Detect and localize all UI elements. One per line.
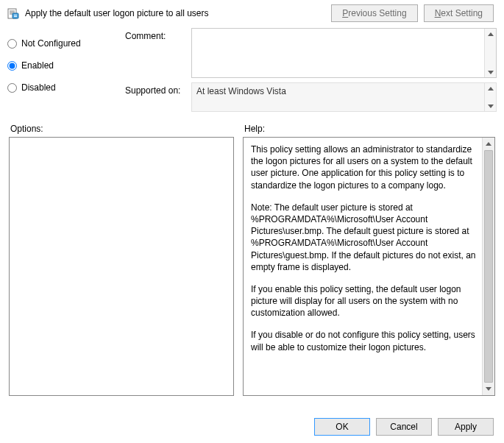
- panels: This policy setting allows an administra…: [0, 137, 504, 396]
- chevron-down-icon: [486, 387, 491, 391]
- help-paragraph: Note: The default user picture is stored…: [251, 202, 477, 273]
- chevron-down-icon: [488, 71, 494, 74]
- help-label: Help:: [244, 124, 494, 134]
- nav-buttons: Previous Setting Next Setting: [331, 4, 494, 22]
- ok-button[interactable]: OK: [314, 418, 370, 436]
- previous-setting-button[interactable]: Previous Setting: [331, 4, 417, 22]
- policy-dialog: Apply the default user logon picture to …: [0, 0, 504, 443]
- chevron-up-icon: [486, 142, 491, 146]
- config-area: Not Configured Enabled Disabled Comment:: [0, 26, 504, 116]
- radio-not-configured-label: Not Configured: [21, 38, 81, 49]
- comment-spin-up[interactable]: [485, 29, 496, 39]
- state-radio-group: Not Configured Enabled Disabled: [7, 28, 125, 116]
- comment-input[interactable]: [192, 29, 484, 77]
- help-scrollbar[interactable]: [482, 138, 494, 395]
- supported-spinner: [484, 83, 496, 111]
- svg-rect-5: [14, 15, 17, 15]
- chevron-up-icon: [488, 32, 494, 36]
- panel-labels: Options: Help:: [0, 116, 504, 137]
- fields-column: Comment: Supported on: At least Windows …: [125, 28, 497, 116]
- help-panel: This policy setting allows an administra…: [243, 137, 495, 396]
- supported-spin-up[interactable]: [485, 83, 496, 93]
- svg-rect-6: [14, 16, 17, 17]
- supported-row: Supported on: At least Windows Vista: [125, 82, 497, 112]
- help-text: This policy setting allows an administra…: [244, 138, 481, 395]
- next-setting-button[interactable]: Next Setting: [424, 4, 494, 22]
- scroll-thumb[interactable]: [484, 150, 493, 383]
- chevron-down-icon: [488, 104, 494, 108]
- radio-disabled[interactable]: Disabled: [7, 82, 125, 93]
- comment-box: [191, 28, 497, 78]
- policy-icon: [7, 7, 19, 19]
- title-row: Apply the default user logon picture to …: [0, 0, 504, 26]
- cancel-button[interactable]: Cancel: [376, 418, 432, 436]
- dialog-button-bar: OK Cancel Apply: [0, 411, 504, 443]
- supported-value: At least Windows Vista: [192, 83, 496, 99]
- radio-disabled-input[interactable]: [7, 83, 17, 93]
- radio-enabled[interactable]: Enabled: [7, 60, 125, 71]
- apply-button[interactable]: Apply: [438, 418, 494, 436]
- supported-spin-down[interactable]: [485, 101, 496, 111]
- scroll-down-button[interactable]: [483, 383, 494, 395]
- scroll-up-button[interactable]: [483, 138, 494, 150]
- help-paragraph: If you enable this policy setting, the d…: [251, 283, 477, 319]
- help-paragraph: If you disable or do not configure this …: [251, 329, 477, 352]
- chevron-up-icon: [488, 87, 494, 91]
- comment-spin-down[interactable]: [485, 67, 496, 77]
- radio-enabled-input[interactable]: [7, 61, 17, 71]
- scroll-track[interactable]: [483, 150, 494, 383]
- comment-label: Comment:: [125, 28, 191, 78]
- options-label: Options:: [10, 124, 244, 134]
- help-paragraph: This policy setting allows an administra…: [251, 143, 477, 191]
- radio-enabled-label: Enabled: [21, 60, 54, 71]
- radio-not-configured-input[interactable]: [7, 39, 17, 49]
- radio-not-configured[interactable]: Not Configured: [7, 38, 125, 49]
- options-panel: [9, 137, 234, 396]
- supported-box: At least Windows Vista: [191, 82, 497, 112]
- comment-spinner: [484, 29, 496, 77]
- radio-disabled-label: Disabled: [21, 82, 56, 93]
- policy-title: Apply the default user logon picture to …: [25, 8, 331, 18]
- supported-label: Supported on:: [125, 82, 191, 112]
- comment-row: Comment:: [125, 28, 497, 78]
- svg-rect-4: [13, 13, 18, 18]
